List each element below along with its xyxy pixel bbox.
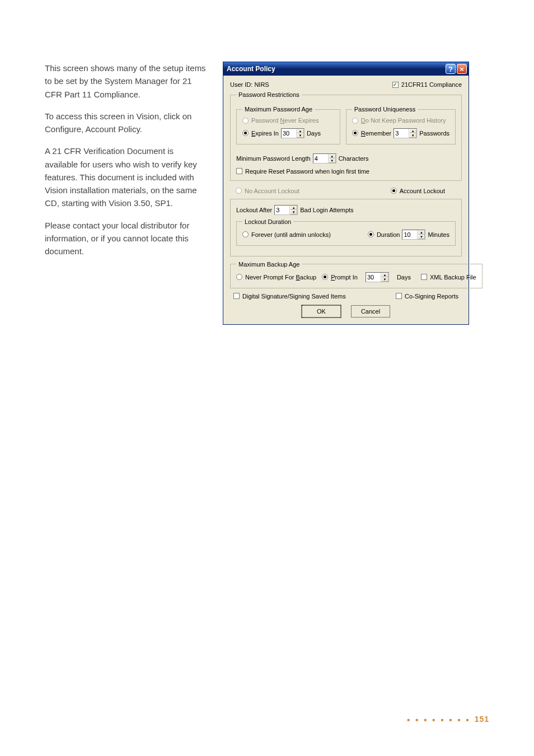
para-4: Please contact your local distributor fo… [45,219,207,258]
body-text: This screen shows many of the setup item… [45,62,207,267]
spinner-arrows-icon[interactable]: ▲▼ [409,129,416,138]
spinner-arrows-icon[interactable]: ▲▼ [296,129,304,138]
radio-icon [322,274,328,280]
password-restrictions-legend: Password Restrictions [236,91,302,98]
account-policy-dialog: Account Policy ? × User ID: NIRS 21CFR11… [223,62,469,325]
digital-signature-checkbox[interactable]: Digital Signature/Signing Saved Items [233,293,346,300]
checkbox-icon [421,274,427,280]
radio-icon [391,188,397,194]
expires-in-spinner[interactable]: ▲▼ [281,128,305,138]
dialog-titlebar: Account Policy ? × [223,62,469,76]
lockout-duration-unit: Minutes [428,231,449,238]
no-history-label: Do Not Keep Password History [361,117,446,124]
radio-icon [368,231,374,237]
lockout-duration-label: Duration [377,231,400,238]
never-prompt-backup-label: Never Prompt For Backup [245,274,316,281]
checkbox-icon [392,82,399,88]
spinner-arrows-icon[interactable]: ▲▼ [328,154,336,163]
never-prompt-backup-radio[interactable]: Never Prompt For Backup [236,274,316,281]
lockout-duration-value[interactable] [402,230,417,239]
cfr11-compliance-label: 21CFR11 Compliance [401,81,462,88]
expires-in-value[interactable] [282,129,296,138]
co-signing-checkbox[interactable]: Co-Signing Reports [396,293,458,300]
prompt-in-unit: Days [397,274,411,281]
min-password-length-value[interactable] [313,154,328,163]
spinner-arrows-icon[interactable]: ▲▼ [417,230,425,239]
lockout-duration-spinner[interactable]: ▲▼ [402,230,425,240]
para-2: To access this screen in Vision, click o… [45,110,207,136]
max-password-age-legend: Maximum Password Age [242,106,315,113]
lockout-forever-radio[interactable]: Forever (until admin unlocks) [242,231,331,238]
cancel-button[interactable]: Cancel [351,305,390,318]
remember-value[interactable] [394,129,409,138]
remember-radio[interactable]: Remember [352,130,391,137]
dialog-title: Account Policy [227,65,444,73]
spinner-arrows-icon[interactable]: ▲▼ [289,206,297,214]
footer-dots-icon: ■ ■ ■ ■ ■ ■ ■ ■ [407,717,471,722]
max-backup-age-legend: Maximum Backup Age [236,261,302,268]
min-password-length-unit: Characters [339,155,369,162]
remember-spinner[interactable]: ▲▼ [394,128,417,138]
password-never-expires-radio[interactable]: Password Never Expires [242,117,318,124]
page-number: 151 [475,715,489,724]
checkbox-icon [236,168,242,174]
expires-in-unit: Days [307,130,321,137]
prompt-in-spinner[interactable]: ▲▼ [366,272,389,282]
close-button[interactable]: × [457,64,467,74]
password-uniqueness-group: Password Uniqueness Do Not Keep Password… [346,106,456,144]
help-button[interactable]: ? [446,64,456,74]
lockout-duration-legend: Lockout Duration [242,218,293,225]
prompt-in-label: Prompt In [331,274,358,281]
checkbox-icon [233,293,240,299]
remember-label: Remember [361,130,391,137]
radio-icon [352,118,358,124]
password-restrictions-group: Password Restrictions Maximum Password A… [230,91,462,181]
no-account-lockout-label: No Account Lockout [245,188,299,194]
radio-icon [242,130,249,136]
cfr11-compliance-checkbox[interactable]: 21CFR11 Compliance [392,81,462,88]
page-footer: ■ ■ ■ ■ ■ ■ ■ ■151 [407,715,489,724]
digital-signature-label: Digital Signature/Signing Saved Items [242,293,346,300]
spinner-arrows-icon[interactable]: ▲▼ [381,273,388,282]
max-backup-age-group: Maximum Backup Age Never Prompt For Back… [230,261,483,288]
min-password-length-spinner[interactable]: ▲▼ [313,153,336,164]
radio-icon [236,274,242,280]
radio-icon [242,118,249,124]
require-reset-label: Require Reset Password when login first … [245,168,369,175]
xml-backup-label: XML Backup File [430,274,476,281]
expires-in-radio[interactable]: Expires In [242,130,279,137]
lockout-settings-panel: Lockout After ▲▼ Bad Login Attempts Lock… [230,199,462,256]
account-lockout-radio[interactable]: Account Lockout [391,188,445,194]
ok-button[interactable]: OK [302,305,341,318]
account-policy-dialog-image: Account Policy ? × User ID: NIRS 21CFR11… [223,62,469,325]
no-history-radio[interactable]: Do Not Keep Password History [352,117,446,124]
lockout-after-unit: Bad Login Attempts [300,207,353,213]
expires-in-label: Expires In [251,130,279,137]
require-reset-checkbox[interactable]: Require Reset Password when login first … [236,168,369,175]
lockout-duration-group: Lockout Duration Forever (until admin un… [236,218,456,246]
password-never-expires-label: Password Never Expires [251,117,318,124]
no-account-lockout-radio[interactable]: No Account Lockout [236,188,299,194]
para-1: This screen shows many of the setup item… [45,62,207,101]
lockout-forever-label: Forever (until admin unlocks) [251,231,331,238]
para-3: A 21 CFR Verification Document is availa… [45,144,207,209]
radio-icon [236,188,242,194]
co-signing-label: Co-Signing Reports [405,293,458,300]
password-uniqueness-legend: Password Uniqueness [352,106,418,113]
radio-icon [352,130,358,136]
min-password-length-label: Minimum Password Length [236,155,311,162]
xml-backup-checkbox[interactable]: XML Backup File [421,274,476,281]
account-lockout-label: Account Lockout [400,188,445,194]
lockout-after-spinner[interactable]: ▲▼ [274,205,298,215]
lockout-after-value[interactable] [275,206,289,214]
user-id-label: User ID: NIRS [230,81,269,88]
lockout-after-label: Lockout After [236,207,272,213]
lockout-duration-radio[interactable]: Duration [368,231,400,238]
max-password-age-group: Maximum Password Age Password Never Expi… [236,106,340,144]
prompt-in-radio[interactable]: Prompt In [322,274,358,281]
remember-unit: Passwords [419,130,449,137]
checkbox-icon [396,293,402,299]
prompt-in-value[interactable] [366,273,381,282]
radio-icon [242,231,249,237]
